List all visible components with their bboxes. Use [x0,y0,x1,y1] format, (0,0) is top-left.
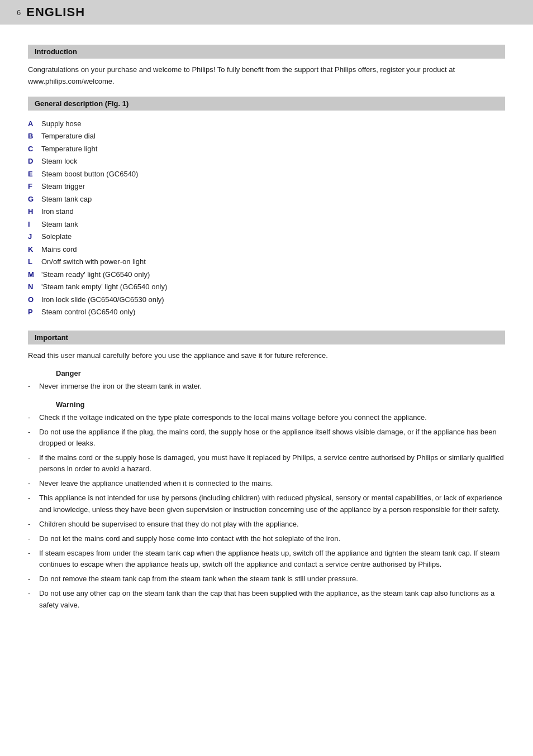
warning-item: -Check if the voltage indicated on the t… [28,412,505,423]
bullet-dash: - [28,478,39,489]
description-item: ISteam tank [28,219,505,230]
bullet-content: Do not use any other cap on the steam ta… [39,588,505,610]
warning-list: -Check if the voltage indicated on the t… [28,412,505,611]
description-item: DSteam lock [28,156,505,167]
desc-text: Iron stand [41,206,74,217]
page: 6 ENGLISH Introduction Congratulations o… [0,0,533,756]
general-description-title: General description (Fig. 1) [35,99,129,108]
description-item: OIron lock slide (GC6540/GC6530 only) [28,294,505,305]
desc-letter: D [28,156,41,167]
important-intro: Read this user manual carefully before y… [28,350,505,362]
desc-letter: O [28,294,41,305]
desc-letter: K [28,244,41,255]
general-description-header: General description (Fig. 1) [28,97,505,111]
bullet-content: This appliance is not intended for use b… [39,492,505,515]
desc-letter: I [28,219,41,230]
bullet-content: If the mains cord or the supply hose is … [39,452,505,475]
desc-text: Steam trigger [41,181,85,192]
description-item: M'Steam ready' light (GC6540 only) [28,269,505,280]
warning-item: -Do not let the mains cord and supply ho… [28,533,505,544]
bullet-dash: - [28,519,39,530]
desc-text: Steam control (GC6540 only) [41,307,135,318]
warning-title: Warning [28,400,505,409]
bullet-content: Never immerse the iron or the steam tank… [39,381,505,392]
desc-letter: M [28,269,41,280]
warning-item: -If steam escapes from under the steam t… [28,548,505,570]
introduction-title: Introduction [35,47,77,56]
description-item: GSteam tank cap [28,194,505,205]
important-header: Important [28,331,505,344]
page-title: ENGLISH [26,5,85,20]
desc-text: On/off switch with power-on light [41,256,146,267]
top-bar: 6 ENGLISH [0,0,533,25]
desc-letter: P [28,307,41,318]
desc-text: 'Steam ready' light (GC6540 only) [41,269,150,280]
desc-letter: N [28,281,41,293]
bullet-dash: - [28,492,39,504]
warning-item: -Do not use any other cap on the steam t… [28,588,505,610]
desc-letter: C [28,143,41,155]
desc-letter: F [28,181,41,192]
desc-letter: J [28,231,41,242]
desc-text: Temperature light [41,143,97,155]
description-item: BTemperature dial [28,131,505,142]
important-title: Important [35,333,68,342]
bullet-dash: - [28,548,39,559]
warning-item: -Do not remove the steam tank cap from t… [28,573,505,585]
description-item: ESteam boost button (GC6540) [28,169,505,180]
desc-letter: L [28,256,41,267]
bullet-content: Never leave the appliance unattended whe… [39,478,505,489]
description-item: ASupply hose [28,118,505,130]
bullet-content: Do not let the mains cord and supply hos… [39,533,505,544]
bullet-content: If steam escapes from under the steam ta… [39,548,505,570]
bullet-content: Do not remove the steam tank cap from th… [39,573,505,585]
desc-text: Temperature dial [41,131,96,142]
desc-text: Steam boost button (GC6540) [41,169,138,180]
desc-text: Iron lock slide (GC6540/GC6530 only) [41,294,164,305]
desc-letter: E [28,169,41,180]
description-item: HIron stand [28,206,505,217]
description-item: FSteam trigger [28,181,505,192]
bullet-content: Children should be supervised to ensure … [39,519,505,530]
bullet-content: Do not use the appliance if the plug, th… [39,427,505,449]
bullet-dash: - [28,573,39,585]
desc-text: Steam lock [41,156,77,167]
description-item: N'Steam tank empty' light (GC6540 only) [28,281,505,293]
desc-text: Supply hose [41,118,82,130]
danger-list: -Never immerse the iron or the steam tan… [28,381,505,392]
description-item: CTemperature light [28,143,505,155]
desc-text: Steam tank [41,219,78,230]
introduction-body: Congratulations on your purchase and wel… [28,64,505,88]
desc-text: Soleplate [41,231,72,242]
danger-title: Danger [28,369,505,377]
main-content: Introduction Congratulations on your pur… [0,25,533,631]
bullet-content: Check if the voltage indicated on the ty… [39,412,505,423]
desc-letter: H [28,206,41,217]
warning-item: -If the mains cord or the supply hose is… [28,452,505,475]
warning-item: -This appliance is not intended for use … [28,492,505,515]
description-item: LOn/off switch with power-on light [28,256,505,267]
desc-text: Mains cord [41,244,77,255]
bullet-dash: - [28,452,39,463]
introduction-header: Introduction [28,45,505,59]
bullet-dash: - [28,412,39,423]
warning-item: -Do not use the appliance if the plug, t… [28,427,505,449]
desc-letter: A [28,118,41,130]
description-item: PSteam control (GC6540 only) [28,307,505,318]
warning-item: -Never leave the appliance unattended wh… [28,478,505,489]
desc-text: Steam tank cap [41,194,92,205]
desc-text: 'Steam tank empty' light (GC6540 only) [41,281,167,293]
page-number: 6 [17,8,21,17]
desc-letter: G [28,194,41,205]
bullet-dash: - [28,533,39,544]
bullet-dash: - [28,427,39,438]
bullet-dash: - [28,588,39,599]
desc-letter: B [28,131,41,142]
danger-item: -Never immerse the iron or the steam tan… [28,381,505,392]
description-item: KMains cord [28,244,505,255]
description-list: ASupply hoseBTemperature dialCTemperatur… [28,116,505,322]
bullet-dash: - [28,381,39,392]
description-item: JSoleplate [28,231,505,242]
warning-item: -Children should be supervised to ensure… [28,519,505,530]
